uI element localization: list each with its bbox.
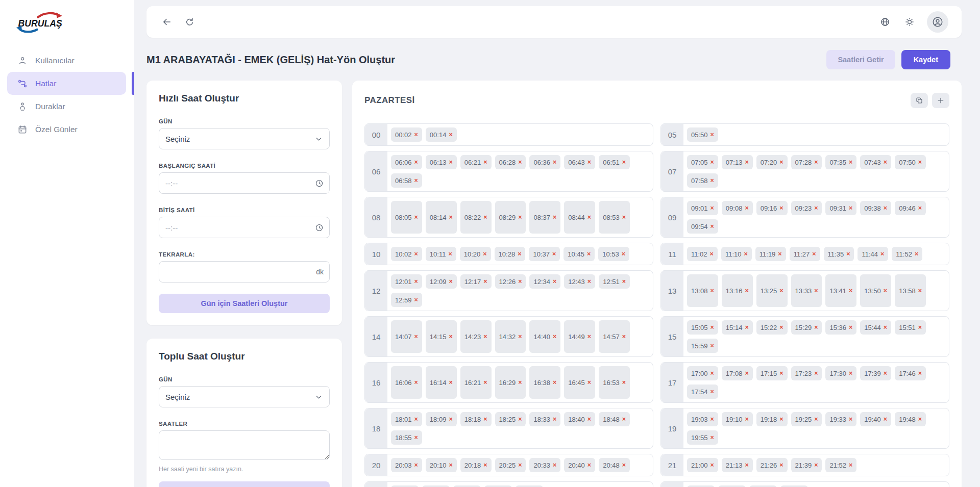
remove-time-icon[interactable]: × xyxy=(518,379,522,386)
remove-time-icon[interactable]: × xyxy=(622,278,626,285)
create-times-for-day-button[interactable]: Gün için Saatleri Oluştur xyxy=(159,294,330,313)
remove-time-icon[interactable]: × xyxy=(814,159,818,166)
remove-time-icon[interactable]: × xyxy=(884,205,887,212)
save-button[interactable]: Kaydet xyxy=(901,50,950,69)
remove-time-icon[interactable]: × xyxy=(414,416,418,423)
remove-time-icon[interactable]: × xyxy=(553,462,556,469)
remove-time-icon[interactable]: × xyxy=(745,324,748,331)
remove-time-icon[interactable]: × xyxy=(518,251,521,258)
remove-time-icon[interactable]: × xyxy=(915,251,918,258)
remove-time-icon[interactable]: × xyxy=(779,205,783,212)
hours-textarea[interactable] xyxy=(159,430,330,460)
remove-time-icon[interactable]: × xyxy=(587,379,591,386)
remove-time-icon[interactable]: × xyxy=(745,205,748,212)
remove-time-icon[interactable]: × xyxy=(483,416,487,423)
fetch-times-button[interactable]: Saatleri Getir xyxy=(826,50,895,69)
remove-time-icon[interactable]: × xyxy=(778,251,781,258)
remove-time-icon[interactable]: × xyxy=(814,324,818,331)
remove-time-icon[interactable]: × xyxy=(779,159,783,166)
remove-time-icon[interactable]: × xyxy=(518,334,522,340)
remove-time-icon[interactable]: × xyxy=(849,462,852,469)
remove-time-icon[interactable]: × xyxy=(849,324,852,331)
remove-time-icon[interactable]: × xyxy=(918,288,922,294)
remove-time-icon[interactable]: × xyxy=(884,159,887,166)
remove-time-icon[interactable]: × xyxy=(710,223,714,230)
remove-time-icon[interactable]: × xyxy=(552,251,556,258)
remove-time-icon[interactable]: × xyxy=(846,251,850,258)
remove-time-icon[interactable]: × xyxy=(849,288,852,294)
remove-time-icon[interactable]: × xyxy=(710,251,714,258)
remove-time-icon[interactable]: × xyxy=(414,334,418,340)
remove-time-icon[interactable]: × xyxy=(449,159,452,166)
remove-time-icon[interactable]: × xyxy=(414,214,418,221)
remove-time-icon[interactable]: × xyxy=(849,416,852,423)
user-avatar-icon[interactable] xyxy=(927,11,948,33)
remove-time-icon[interactable]: × xyxy=(414,278,418,285)
globe-icon[interactable] xyxy=(878,15,892,29)
remove-time-icon[interactable]: × xyxy=(587,159,591,166)
sidebar-item-kullanicilar[interactable]: Kullanıcılar xyxy=(7,49,126,72)
remove-time-icon[interactable]: × xyxy=(483,379,487,386)
remove-time-icon[interactable]: × xyxy=(414,462,418,469)
remove-time-icon[interactable]: × xyxy=(710,177,714,184)
remove-time-icon[interactable]: × xyxy=(414,434,418,441)
remove-time-icon[interactable]: × xyxy=(553,278,556,285)
remove-time-icon[interactable]: × xyxy=(449,214,452,221)
remove-time-icon[interactable]: × xyxy=(622,214,626,221)
remove-time-icon[interactable]: × xyxy=(449,132,452,138)
remove-time-icon[interactable]: × xyxy=(483,159,487,166)
remove-time-icon[interactable]: × xyxy=(553,379,556,386)
remove-time-icon[interactable]: × xyxy=(710,324,714,331)
remove-time-icon[interactable]: × xyxy=(414,177,418,184)
remove-time-icon[interactable]: × xyxy=(622,379,626,386)
remove-time-icon[interactable]: × xyxy=(414,159,418,166)
remove-time-icon[interactable]: × xyxy=(553,159,556,166)
remove-time-icon[interactable]: × xyxy=(553,214,556,221)
remove-time-icon[interactable]: × xyxy=(449,416,452,423)
remove-time-icon[interactable]: × xyxy=(414,251,418,258)
remove-time-icon[interactable]: × xyxy=(622,416,626,423)
end-time-input[interactable] xyxy=(159,217,330,238)
refresh-icon[interactable] xyxy=(182,15,197,29)
remove-time-icon[interactable]: × xyxy=(710,434,714,441)
remove-time-icon[interactable]: × xyxy=(710,132,714,138)
remove-time-icon[interactable]: × xyxy=(483,251,486,258)
remove-time-icon[interactable]: × xyxy=(449,379,452,386)
remove-time-icon[interactable]: × xyxy=(622,334,626,340)
repeat-input[interactable] xyxy=(159,261,330,283)
remove-time-icon[interactable]: × xyxy=(884,416,887,423)
remove-time-icon[interactable]: × xyxy=(622,251,625,258)
remove-time-icon[interactable]: × xyxy=(483,462,487,469)
remove-time-icon[interactable]: × xyxy=(918,416,922,423)
remove-time-icon[interactable]: × xyxy=(587,278,591,285)
remove-time-icon[interactable]: × xyxy=(553,334,556,340)
bulk-create-times-button[interactable]: Gün için Saatleri Oluştur xyxy=(159,481,330,487)
remove-time-icon[interactable]: × xyxy=(710,205,714,212)
remove-time-icon[interactable]: × xyxy=(779,370,783,377)
remove-time-icon[interactable]: × xyxy=(518,214,522,221)
bulk-day-select[interactable]: Seçiniz xyxy=(159,386,330,407)
remove-time-icon[interactable]: × xyxy=(710,462,714,469)
remove-time-icon[interactable]: × xyxy=(710,343,714,349)
remove-time-icon[interactable]: × xyxy=(587,416,591,423)
remove-time-icon[interactable]: × xyxy=(518,462,522,469)
remove-time-icon[interactable]: × xyxy=(518,159,522,166)
remove-time-icon[interactable]: × xyxy=(710,159,714,166)
remove-time-icon[interactable]: × xyxy=(483,334,487,340)
remove-time-icon[interactable]: × xyxy=(710,288,714,294)
remove-time-icon[interactable]: × xyxy=(745,416,748,423)
remove-time-icon[interactable]: × xyxy=(744,251,747,258)
back-arrow-icon[interactable] xyxy=(160,15,174,29)
remove-time-icon[interactable]: × xyxy=(587,334,591,340)
remove-time-icon[interactable]: × xyxy=(849,159,852,166)
remove-time-icon[interactable]: × xyxy=(814,288,818,294)
remove-time-icon[interactable]: × xyxy=(622,462,626,469)
remove-time-icon[interactable]: × xyxy=(884,324,887,331)
remove-time-icon[interactable]: × xyxy=(449,278,452,285)
remove-time-icon[interactable]: × xyxy=(587,462,591,469)
remove-time-icon[interactable]: × xyxy=(622,159,626,166)
remove-time-icon[interactable]: × xyxy=(884,288,887,294)
remove-time-icon[interactable]: × xyxy=(918,159,922,166)
remove-time-icon[interactable]: × xyxy=(918,324,922,331)
remove-time-icon[interactable]: × xyxy=(587,214,591,221)
